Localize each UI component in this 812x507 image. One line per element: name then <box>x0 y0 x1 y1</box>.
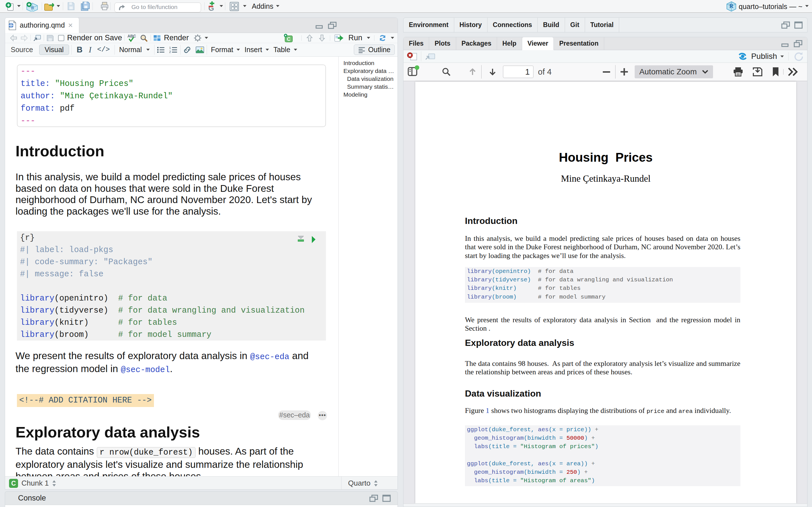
svg-text:ABC: ABC <box>128 34 136 38</box>
svg-text:R: R <box>729 3 733 9</box>
svg-text:G: G <box>208 4 214 12</box>
svg-text:R: R <box>31 5 35 10</box>
svg-text:C: C <box>287 36 291 42</box>
svg-text:2: 2 <box>169 50 171 54</box>
svg-text:1: 1 <box>169 46 171 50</box>
